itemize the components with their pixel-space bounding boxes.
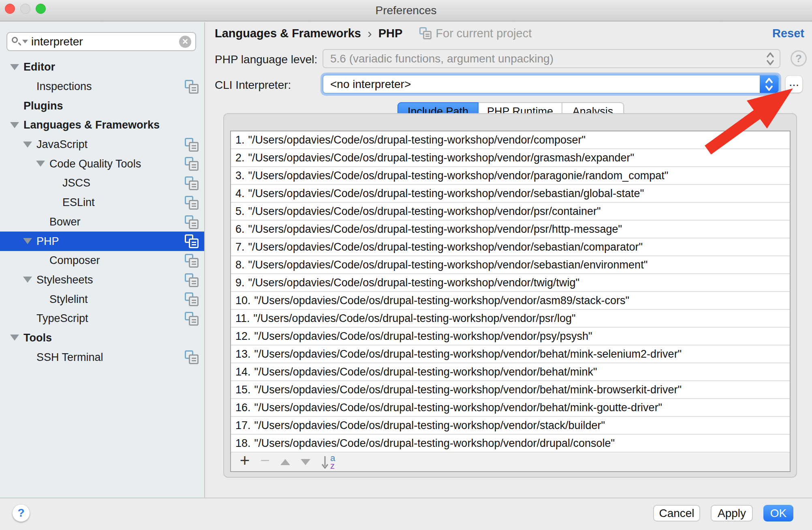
path-value: "/Users/opdavies/Code/os/drupal-testing-…: [248, 134, 586, 146]
path-index: 1.: [235, 134, 245, 146]
settings-tree: Editor Inspections Plugins Languages & F…: [0, 58, 204, 367]
reset-link[interactable]: Reset: [772, 27, 804, 40]
sidebar-item-ssh-terminal[interactable]: SSH Terminal: [0, 348, 204, 367]
disclosure-triangle-icon[interactable]: [23, 277, 32, 283]
disclosure-triangle-icon[interactable]: [23, 142, 32, 148]
include-path-row[interactable]: 2. "/Users/opdavies/Code/os/drupal-testi…: [231, 149, 790, 167]
sidebar-item-jscs[interactable]: JSCS: [0, 174, 204, 193]
disclosure-triangle-icon[interactable]: [23, 238, 32, 245]
cli-interpreter-label: CLI Interpreter:: [215, 79, 291, 92]
preferences-window: Preferences ✕ Editor Inspections Plugins: [0, 0, 812, 530]
search-field[interactable]: ✕: [6, 32, 196, 51]
language-level-label: PHP language level:: [215, 53, 317, 66]
path-value: "/Users/opdavies/Code/os/drupal-testing-…: [254, 366, 597, 378]
move-up-icon[interactable]: [275, 454, 295, 470]
path-value: "/Users/opdavies/Code/os/drupal-testing-…: [254, 348, 682, 360]
help-button[interactable]: ?: [12, 504, 30, 522]
include-path-row[interactable]: 13. "/Users/opdavies/Code/os/drupal-test…: [231, 345, 790, 363]
disclosure-triangle-icon[interactable]: [10, 122, 19, 129]
context-help-icon[interactable]: ?: [791, 50, 807, 67]
path-value: "/Users/opdavies/Code/os/drupal-testing-…: [248, 205, 601, 218]
stepper-icon[interactable]: [760, 75, 778, 93]
include-path-row[interactable]: 9. "/Users/opdavies/Code/os/drupal-testi…: [231, 274, 790, 292]
disclosure-triangle-icon[interactable]: [10, 64, 19, 71]
sidebar-item-code-quality-tools[interactable]: Code Quality Tools: [0, 154, 204, 174]
include-path-row[interactable]: 14. "/Users/opdavies/Code/os/drupal-test…: [231, 363, 790, 381]
sidebar-item-javascript[interactable]: JavaScript: [0, 135, 204, 154]
search-input[interactable]: [31, 35, 179, 48]
sidebar-item-label: JavaScript: [36, 138, 88, 151]
ok-button[interactable]: OK: [763, 505, 793, 521]
sidebar-item-composer[interactable]: Composer: [0, 251, 204, 270]
apply-button[interactable]: Apply: [711, 505, 753, 521]
language-level-select[interactable]: 5.6 (variadic functions, argument unpack…: [323, 49, 780, 68]
search-icon[interactable]: [12, 37, 28, 47]
remove-path-icon[interactable]: −: [255, 454, 275, 470]
include-path-row[interactable]: 16. "/Users/opdavies/Code/os/drupal-test…: [231, 399, 790, 417]
include-path-row[interactable]: 18. "/Users/opdavies/Code/os/drupal-test…: [231, 435, 790, 453]
cli-interpreter-select[interactable]: <no interpreter>: [323, 75, 779, 94]
sort-alphabetically-icon[interactable]: az: [321, 454, 335, 470]
path-value: "/Users/opdavies/Code/os/drupal-testing-…: [254, 330, 592, 343]
list-toolbar: +−az: [231, 453, 790, 471]
path-value: "/Users/opdavies/Code/os/drupal-testing-…: [248, 241, 643, 253]
include-path-row[interactable]: 11. "/Users/opdavies/Code/os/drupal-test…: [231, 310, 790, 328]
path-index: 15.: [235, 384, 251, 396]
breadcrumb-separator: ›: [368, 26, 372, 41]
include-path-row[interactable]: 1. "/Users/opdavies/Code/os/drupal-testi…: [231, 131, 790, 149]
sidebar-item-label: SSH Terminal: [36, 351, 103, 364]
disclosure-triangle-icon[interactable]: [36, 161, 45, 167]
path-index: 18.: [235, 437, 251, 450]
sidebar-item-label: ESLint: [62, 196, 95, 209]
breadcrumb-languages-frameworks[interactable]: Languages & Frameworks: [215, 27, 361, 40]
clear-search-icon[interactable]: ✕: [179, 36, 191, 48]
browse-interpreters-button[interactable]: ...: [785, 75, 803, 93]
sidebar-item-php[interactable]: PHP: [0, 232, 204, 251]
path-value: "/Users/opdavies/Code/os/drupal-testing-…: [248, 170, 669, 182]
sidebar-item-eslint[interactable]: ESLint: [0, 193, 204, 212]
sidebar-item-plugins[interactable]: Plugins: [0, 96, 204, 116]
current-project-icon: [185, 350, 199, 367]
sidebar-item-inspections[interactable]: Inspections: [0, 77, 204, 97]
scope-label: For current project: [436, 27, 532, 40]
include-path-row[interactable]: 15. "/Users/opdavies/Code/os/drupal-test…: [231, 381, 790, 399]
sidebar-item-tools[interactable]: Tools: [0, 328, 204, 348]
include-path-row[interactable]: 3. "/Users/opdavies/Code/os/drupal-testi…: [231, 167, 790, 185]
breadcrumb: Languages & Frameworks › PHP For current…: [215, 24, 804, 42]
sidebar-item-editor[interactable]: Editor: [0, 58, 204, 77]
sidebar-item-typescript[interactable]: TypeScript: [0, 309, 204, 328]
sidebar-item-stylelint[interactable]: Stylelint: [0, 290, 204, 309]
current-project-icon: [185, 215, 199, 232]
sidebar-item-bower[interactable]: Bower: [0, 212, 204, 232]
sidebar-item-label: Inspections: [36, 80, 92, 93]
include-path-row[interactable]: 7. "/Users/opdavies/Code/os/drupal-testi…: [231, 238, 790, 256]
cli-interpreter-value: <no interpreter>: [323, 78, 760, 91]
sidebar-item-label: Bower: [49, 216, 81, 228]
include-path-row[interactable]: 17. "/Users/opdavies/Code/os/drupal-test…: [231, 417, 790, 435]
sidebar-item-label: Composer: [49, 254, 100, 267]
current-project-icon: [185, 196, 199, 212]
path-index: 8.: [235, 259, 245, 271]
current-project-icon: [185, 176, 199, 193]
cancel-button[interactable]: Cancel: [653, 505, 700, 521]
add-path-icon[interactable]: +: [235, 454, 255, 470]
include-path-panel: 1. "/Users/opdavies/Code/os/drupal-testi…: [223, 113, 797, 478]
sidebar-item-label: TypeScript: [36, 312, 88, 325]
move-down-icon[interactable]: [295, 454, 316, 470]
path-value: "/Users/opdavies/Code/os/drupal-testing-…: [248, 259, 648, 271]
sidebar-item-label: Editor: [24, 61, 55, 73]
sidebar-item-languages-frameworks[interactable]: Languages & Frameworks: [0, 116, 204, 135]
path-index: 12.: [235, 330, 251, 343]
include-path-row[interactable]: 10. "/Users/opdavies/Code/os/drupal-test…: [231, 292, 790, 310]
disclosure-triangle-icon[interactable]: [10, 335, 19, 341]
include-path-row[interactable]: 5. "/Users/opdavies/Code/os/drupal-testi…: [231, 203, 790, 221]
sidebar-item-stylesheets[interactable]: Stylesheets: [0, 270, 204, 290]
include-path-row[interactable]: 4. "/Users/opdavies/Code/os/drupal-testi…: [231, 185, 790, 203]
path-index: 7.: [235, 241, 245, 253]
sidebar-item-label: Tools: [24, 332, 52, 344]
include-path-row[interactable]: 8. "/Users/opdavies/Code/os/drupal-testi…: [231, 256, 790, 274]
path-value: "/Users/opdavies/Code/os/drupal-testing-…: [248, 277, 580, 289]
path-value: "/Users/opdavies/Code/os/drupal-testing-…: [248, 152, 635, 164]
include-path-row[interactable]: 6. "/Users/opdavies/Code/os/drupal-testi…: [231, 221, 790, 238]
include-path-row[interactable]: 12. "/Users/opdavies/Code/os/drupal-test…: [231, 328, 790, 345]
